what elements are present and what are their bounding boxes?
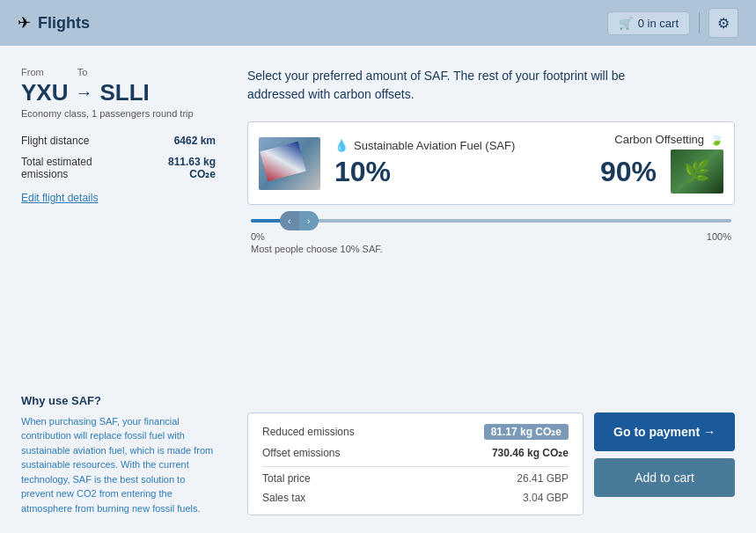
total-price-row: Total price 26.41 GBP <box>262 472 569 485</box>
saf-middle: 💧 Sustainable Aviation Fuel (SAF) 10% <box>320 139 600 188</box>
edit-flight-link[interactable]: Edit flight details <box>21 192 98 204</box>
saf-label: 💧 Sustainable Aviation Fuel (SAF) <box>334 139 586 152</box>
flight-distance-label: Flight distance <box>21 135 89 147</box>
flight-distance-row: Flight distance 6462 km <box>21 135 216 147</box>
why-saf-section: Why use SAF? When purchasing SAF, your f… <box>21 385 216 516</box>
offset-value: 730.46 kg CO₂e <box>492 447 569 459</box>
slider-note: Most people choose 10% SAF. <box>251 244 731 254</box>
total-label: Total price <box>262 472 311 485</box>
header-divider <box>699 12 700 33</box>
carbon-right: Carbon Offsetting 🍃 90% <box>600 133 723 193</box>
tax-label: Sales tax <box>262 492 305 504</box>
gear-icon: ⚙ <box>717 15 730 32</box>
slider-labels: 0% 100% <box>251 231 731 242</box>
offset-emissions-row: Offset emissions 730.46 kg CO₂e <box>262 447 569 459</box>
cart-label: 0 in cart <box>638 17 679 30</box>
origin-code: YXU <box>21 79 68 106</box>
water-drop-icon: 💧 <box>334 139 349 152</box>
action-buttons: Go to payment → Add to cart <box>594 413 735 515</box>
cart-icon: 🛒 <box>619 17 633 30</box>
route: YXU → SLLI <box>21 79 216 106</box>
slider-min-label: 0% <box>251 231 265 242</box>
summary-table: Reduced emissions 81.17 kg CO₂e Offset e… <box>247 413 584 515</box>
header-right: 🛒 0 in cart ⚙ <box>607 8 738 38</box>
emissions-label: Total estimated emissions <box>21 156 140 180</box>
to-label: To <box>77 67 88 77</box>
slider-container: ‹ › <box>251 212 731 230</box>
reduced-emissions-row: Reduced emissions 81.17 kg CO₂e <box>262 424 569 440</box>
slider-thumb-left[interactable]: ‹ <box>280 211 299 230</box>
cart-button[interactable]: 🛒 0 in cart <box>607 11 690 35</box>
payment-button[interactable]: Go to payment → <box>594 413 735 451</box>
saf-label-text: Sustainable Aviation Fuel (SAF) <box>354 139 515 152</box>
main-content: From To YXU → SLLI Economy class, 1 pass… <box>0 46 756 533</box>
reduced-value: 81.17 kg CO₂e <box>484 424 569 440</box>
leaf-icon: 🍃 <box>709 133 723 146</box>
slider-thumb-group[interactable]: ‹ › <box>280 211 319 230</box>
saf-image <box>259 137 320 190</box>
offset-label: Offset emissions <box>262 447 340 459</box>
summary-divider <box>262 466 569 467</box>
carbon-label: Carbon Offsetting 🍃 <box>614 133 723 146</box>
total-value: 26.41 GBP <box>517 472 569 485</box>
emissions-row: Total estimated emissions 811.63 kg CO₂e <box>21 156 216 180</box>
right-panel: Select your preferred amount of SAF. The… <box>233 46 756 533</box>
header-left: ✈ Flights <box>18 13 90 33</box>
tax-value: 3.04 GBP <box>523 492 569 504</box>
from-label: From <box>21 67 44 77</box>
carbon-percent: 90% <box>600 156 657 188</box>
emissions-value: 811.63 kg CO₂e <box>140 156 216 180</box>
saf-percent: 10% <box>334 156 586 188</box>
slider-track <box>251 219 731 223</box>
flight-distance-value: 6462 km <box>174 135 216 147</box>
left-panel: From To YXU → SLLI Economy class, 1 pass… <box>0 46 233 533</box>
reduced-label: Reduced emissions <box>262 426 355 438</box>
why-saf-title: Why use SAF? <box>21 394 216 407</box>
route-arrow: → <box>75 83 92 103</box>
trip-info: Economy class, 1 passengers round trip <box>21 108 216 119</box>
slider-max-label: 100% <box>707 231 731 242</box>
add-to-cart-button[interactable]: Add to cart <box>594 458 735 497</box>
carbon-label-text: Carbon Offsetting <box>614 133 704 146</box>
flights-icon: ✈ <box>18 13 31 33</box>
slider-area: ‹ › 0% 100% Most people choose 10% SAF. <box>247 212 735 254</box>
carbon-image <box>671 150 723 193</box>
from-to-labels: From To <box>21 67 216 77</box>
app-title: Flights <box>38 14 90 33</box>
header: ✈ Flights 🛒 0 in cart ⚙ <box>0 0 756 46</box>
destination-code: SLLI <box>99 79 149 106</box>
summary-section: Reduced emissions 81.17 kg CO₂e Offset e… <box>247 413 735 515</box>
why-saf-text: When purchasing SAF, your financial cont… <box>21 414 216 516</box>
instruction-text: Select your preferred amount of SAF. The… <box>247 67 670 104</box>
saf-card: 💧 Sustainable Aviation Fuel (SAF) 10% Ca… <box>247 121 735 205</box>
settings-button[interactable]: ⚙ <box>708 8 738 38</box>
slider-thumb-right[interactable]: › <box>299 211 319 230</box>
tax-row: Sales tax 3.04 GBP <box>262 492 569 504</box>
